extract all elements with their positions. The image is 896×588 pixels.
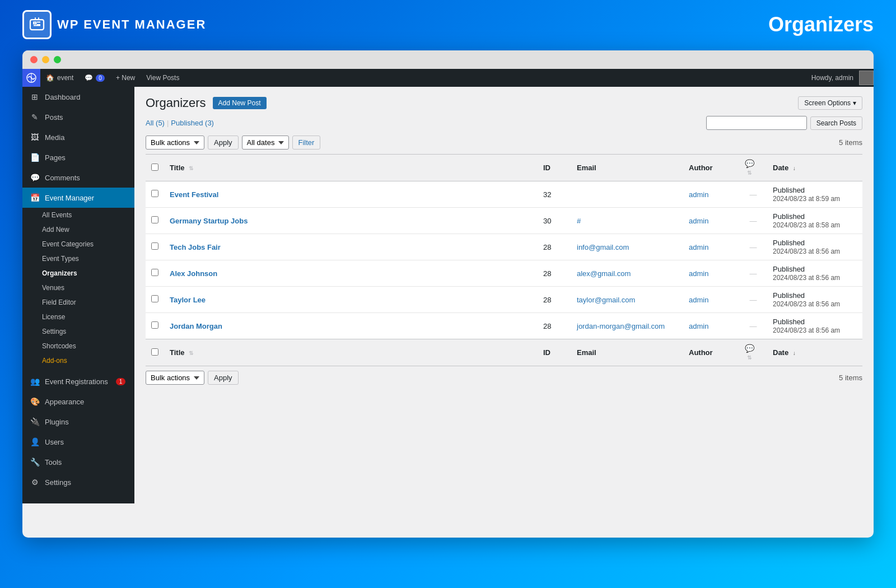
footer-date[interactable]: Date ↓ — [767, 339, 862, 366]
row-select-3[interactable] — [151, 269, 158, 276]
row-checkbox-5 — [146, 313, 164, 339]
footer-title[interactable]: Title ⇅ — [164, 339, 538, 366]
sidebar-sub-field-editor[interactable]: Field Editor — [42, 295, 134, 310]
apply-top-button[interactable]: Apply — [208, 136, 239, 150]
row-title-link-0[interactable]: Event Festival — [170, 190, 218, 199]
row-author-link-4[interactable]: admin — [689, 296, 708, 304]
filter-button-top[interactable]: Filter — [292, 136, 321, 150]
sidebar-sub-venues[interactable]: Venues — [42, 281, 134, 295]
bulk-actions-bottom-select[interactable]: Bulk actions — [146, 371, 204, 385]
sidebar-item-tools[interactable]: 🔧 Tools — [22, 452, 134, 472]
table-row: Event Festival 32 admin — Published 2024… — [146, 181, 862, 208]
table-header-row: Title ⇅ ID Email Author — [146, 155, 862, 181]
screen-options-button[interactable]: Screen Options ▾ — [798, 96, 862, 110]
event-registrations-icon: 👥 — [29, 376, 40, 387]
row-select-4[interactable] — [151, 295, 158, 302]
sidebar-sub-settings[interactable]: Settings — [42, 324, 134, 339]
comment-icon: 💬 — [85, 74, 93, 82]
row-email-link-5[interactable]: jordan-morgan@gmail.com — [577, 322, 665, 330]
row-select-0[interactable] — [151, 190, 158, 197]
row-title-link-3[interactable]: Alex Johnson — [170, 269, 217, 278]
row-author-link-1[interactable]: admin — [689, 217, 708, 225]
row-email-link-1[interactable]: # — [577, 217, 581, 225]
row-email-1: # — [571, 208, 683, 234]
sidebar-sub-license[interactable]: License — [42, 310, 134, 324]
table-row: Jordan Morgan 28 jordan-morgan@gmail.com… — [146, 313, 862, 339]
sidebar-item-plugins[interactable]: 🔌 Plugins — [22, 412, 134, 432]
topbar-comments[interactable]: 💬 0 — [79, 69, 110, 87]
sidebar-sub-event-types[interactable]: Event Types — [42, 251, 134, 266]
comments-header-icon: 💬 — [745, 159, 754, 168]
header-title[interactable]: Title ⇅ — [164, 155, 538, 181]
footer-author: Author — [683, 339, 739, 366]
sidebar-item-comments[interactable]: 💬 Comments — [22, 167, 134, 188]
row-email-2: info@gmail.com — [571, 234, 683, 260]
row-title-link-4[interactable]: Taylor Lee — [170, 296, 206, 304]
row-author-link-0[interactable]: admin — [689, 190, 708, 199]
sidebar-sub-add-new[interactable]: Add New — [42, 222, 134, 237]
filter-bar: All (5) | Published (3) Search Posts — [146, 116, 862, 130]
filter-all[interactable]: All (5) — [146, 119, 165, 127]
row-select-2[interactable] — [151, 242, 158, 250]
search-posts-button[interactable]: Search Posts — [810, 116, 862, 130]
sidebar-sub-event-categories[interactable]: Event Categories — [42, 237, 134, 251]
sidebar-item-event-registrations[interactable]: 👥 Event Registrations 1 — [22, 371, 134, 391]
row-select-5[interactable] — [151, 321, 158, 329]
sidebar-sub-all-events[interactable]: All Events — [42, 208, 134, 222]
sidebar-item-event-manager[interactable]: 📅 Event Manager — [22, 188, 134, 208]
wp-admin-logo[interactable] — [22, 69, 40, 87]
sidebar-item-posts[interactable]: ✎ Posts — [22, 107, 134, 127]
topbar-home[interactable]: 🏠 event — [40, 69, 79, 87]
row-author-link-5[interactable]: admin — [689, 322, 708, 330]
sidebar-item-settings[interactable]: ⚙ Settings — [22, 472, 134, 492]
sidebar-label-comments: Comments — [45, 174, 80, 182]
topbar-new[interactable]: + New — [110, 69, 141, 87]
plugins-icon: 🔌 — [29, 416, 40, 427]
sidebar-sub-add-ons[interactable]: Add-ons — [42, 353, 134, 368]
row-checkbox-1 — [146, 208, 164, 234]
sidebar-item-media[interactable]: 🖼 Media — [22, 127, 134, 147]
sidebar-item-pages[interactable]: 📄 Pages — [22, 147, 134, 167]
header-date[interactable]: Date ↓ — [767, 155, 862, 181]
sidebar-sub-shortcodes[interactable]: Shortcodes — [42, 339, 134, 353]
comments-sort-icon: ⇅ — [747, 170, 752, 176]
footer-comments-sort-icon: ⇅ — [747, 354, 752, 361]
select-all-checkbox[interactable] — [151, 164, 158, 171]
row-title-link-2[interactable]: Tech Jobs Fair — [170, 243, 221, 251]
page-title-area: Organizers Add New Post — [146, 96, 267, 110]
bulk-actions-top-select[interactable]: Bulk actions — [146, 136, 204, 150]
sidebar-sub-organizers[interactable]: Organizers — [42, 266, 134, 281]
footer-date-sort-icon: ↓ — [793, 350, 796, 356]
search-input[interactable] — [706, 116, 807, 130]
row-title-1: Germany Startup Jobs — [164, 208, 538, 234]
row-email-link-3[interactable]: alex@gmail.com — [577, 269, 631, 278]
filter-published[interactable]: Published (3) — [171, 119, 214, 127]
row-select-1[interactable] — [151, 216, 158, 223]
sidebar-item-users[interactable]: 👤 Users — [22, 432, 134, 452]
topbar-right: Howdy, admin — [806, 71, 874, 85]
browser-minimize-btn[interactable] — [42, 56, 49, 63]
search-area: Search Posts — [706, 116, 862, 130]
sidebar-item-dashboard[interactable]: ⊞ Dashboard — [22, 87, 134, 107]
row-author-1: admin — [683, 208, 739, 234]
date-filter-select[interactable]: All dates — [242, 136, 289, 150]
browser-maximize-btn[interactable] — [54, 56, 61, 63]
row-title-link-1[interactable]: Germany Startup Jobs — [170, 217, 248, 225]
row-email-5: jordan-morgan@gmail.com — [571, 313, 683, 339]
row-author-3: admin — [683, 260, 739, 287]
row-comments-1: — — [739, 208, 767, 234]
row-title-link-5[interactable]: Jordan Morgan — [170, 322, 222, 330]
row-author-link-3[interactable]: admin — [689, 269, 708, 278]
table-row: Alex Johnson 28 alex@gmail.com admin — P… — [146, 260, 862, 287]
row-email-link-2[interactable]: info@gmail.com — [577, 243, 629, 251]
row-comments-3: — — [739, 260, 767, 287]
add-new-post-button[interactable]: Add New Post — [213, 97, 267, 109]
row-author-link-2[interactable]: admin — [689, 243, 708, 251]
select-all-footer-checkbox[interactable] — [151, 348, 158, 356]
topbar-view-posts[interactable]: View Posts — [141, 69, 185, 87]
row-email-link-4[interactable]: taylor@gmail.com — [577, 296, 635, 304]
wp-topbar: 🏠 event 💬 0 + New View Posts Howdy, admi… — [22, 69, 874, 87]
sidebar-item-appearance[interactable]: 🎨 Appearance — [22, 391, 134, 412]
browser-close-btn[interactable] — [30, 56, 38, 63]
apply-bottom-button[interactable]: Apply — [208, 371, 239, 385]
